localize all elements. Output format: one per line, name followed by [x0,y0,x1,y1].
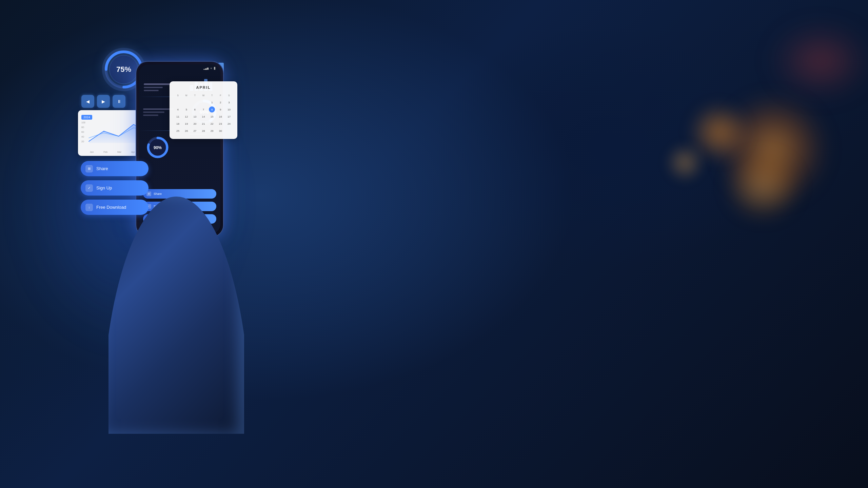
cal-day-12[interactable]: 12 [183,114,190,120]
cal-header-w: W [200,92,206,98]
cal-day-20[interactable]: 20 [192,121,198,127]
cal-day-29[interactable]: 29 [209,128,215,134]
phone-text-lines-top [144,74,171,91]
cal-day-10[interactable]: 10 [226,106,232,113]
pause-icon: ⏸ [117,99,121,104]
svg-text:75%: 75% [116,65,131,74]
cal-day-30[interactable]: 30 [217,128,223,134]
text-line-3 [144,90,159,91]
cal-day-22[interactable]: 22 [209,121,215,127]
calendar-header-row: S M T W T F S [174,92,233,98]
cal-day-empty-3 [192,99,198,105]
cal-day-17[interactable]: 17 [226,114,232,120]
signup-float-button[interactable]: ✓ Sign Up [81,180,149,196]
cal-header-t1: T [192,92,198,98]
play-icon: ▶ [102,99,105,104]
svg-text:90%: 90% [154,145,162,150]
mid-line-2 [143,111,164,113]
media-controls: ◀ ▶ ⏸ [81,95,125,108]
share-float-label: Share [96,166,108,171]
share-float-icon: ⊞ [85,165,93,172]
share-label: Share [154,192,162,196]
right-content-area [271,0,868,488]
cal-header-m: M [183,92,190,98]
cal-day-3[interactable]: 3 [226,99,232,105]
share-float-button[interactable]: ⊞ Share [81,161,149,176]
mid-line-3 [143,115,158,116]
cal-day-2[interactable]: 2 [217,99,223,105]
calendar-month: APRIL [174,85,233,89]
calendar-week-3: 11 12 13 14 15 16 17 [174,114,233,120]
cal-day-27[interactable]: 27 [192,128,198,134]
cal-day-9[interactable]: 9 [217,106,223,113]
download-float-button[interactable]: ↓ Free Download [81,200,149,215]
y-label-20: 20 [81,139,85,144]
bokeh-small [665,142,705,183]
cal-day-13[interactable]: 13 [192,114,198,120]
text-line-2 [144,87,163,88]
cal-day-1[interactable]: 1 [209,99,215,105]
cal-day-11[interactable]: 11 [175,114,181,120]
signup-float-icon: ✓ [85,184,93,192]
y-label-100: 100 [81,120,85,125]
phone-text-lines-mid [143,108,174,116]
x-jan: Jan [90,151,94,153]
cal-day-16[interactable]: 16 [217,114,223,120]
calendar-week-2: 4 5 6 7 8 9 10 [174,106,233,113]
cal-day-23[interactable]: 23 [217,121,223,127]
x-feb: Feb [103,151,107,153]
cal-day-28[interactable]: 28 [200,128,206,134]
download-float-icon: ↓ [85,204,93,211]
cal-day-14[interactable]: 14 [200,114,206,120]
cal-day-24[interactable]: 24 [226,121,232,127]
cal-day-21[interactable]: 21 [200,121,206,127]
cal-day-empty-1 [175,99,181,105]
battery-icon: ▊ [214,67,216,70]
cal-day-26[interactable]: 26 [183,128,190,134]
signal-icon: ▂▄▆ [203,67,209,70]
wifi-icon: ≋ [210,67,212,70]
cal-day-empty-5 [226,128,232,134]
y-label-80: 80 [81,125,85,130]
signup-float-label: Sign Up [96,185,112,190]
y-label-40: 40 [81,135,85,139]
phone-scene: 75% ◀ ▶ ⏸ 2024 100 80 60 40 20 [47,27,251,434]
calendar-card: APRIL S M T W T F S 1 2 3 [170,81,237,139]
cal-day-18[interactable]: 18 [175,121,181,127]
phone-donut-90: 90% [146,136,170,159]
prev-button[interactable]: ◀ [81,95,94,108]
cal-header-s2: S [226,92,232,98]
cal-header-f: F [217,92,223,98]
mid-line-1 [143,108,174,110]
cal-header-s1: S [175,92,181,98]
play-button[interactable]: ▶ [97,95,110,108]
calendar-week-4: 18 19 20 21 22 23 24 [174,121,233,127]
cal-day-15[interactable]: 15 [209,114,215,120]
cal-header-t2: T [209,92,215,98]
prev-icon: ◀ [86,99,90,104]
phone-statusbar: ▂▄▆ ≋ ▊ [139,64,220,73]
calendar-week-5: 25 26 27 28 29 30 [174,128,233,134]
y-label-60: 60 [81,130,85,135]
chart-y-labels: 100 80 60 40 20 [81,120,85,144]
calendar-grid: S M T W T F S 1 2 3 4 5 6 [174,92,233,134]
cal-day-8-today[interactable]: 8 [209,106,215,113]
download-float-label: Free Download [96,205,126,210]
cal-day-25[interactable]: 25 [175,128,181,134]
x-apr: Apr [131,151,135,153]
cal-day-6[interactable]: 6 [192,106,198,113]
pause-button[interactable]: ⏸ [113,95,125,108]
cal-day-5[interactable]: 5 [183,106,190,113]
cal-day-4[interactable]: 4 [175,106,181,113]
text-line-1 [144,83,171,85]
hand-silhouette [108,197,244,434]
cal-day-empty-4 [200,99,206,105]
x-mar: Mar [117,151,121,153]
cal-day-19[interactable]: 19 [183,121,190,127]
cal-day-7[interactable]: 7 [200,106,206,113]
calendar-week-1: 1 2 3 [174,99,233,105]
cal-day-empty-2 [183,99,190,105]
floating-buttons: ⊞ Share ✓ Sign Up ↓ Free Download [81,161,149,215]
